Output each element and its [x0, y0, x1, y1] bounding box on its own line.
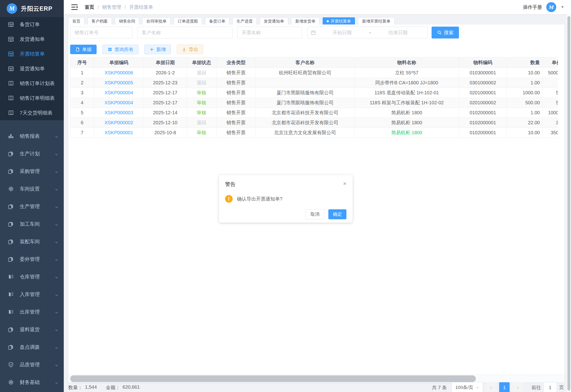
sidebar-item-退料退货[interactable]: 退料退货	[0, 321, 64, 338]
cell-code[interactable]: XSKP000005	[94, 78, 144, 88]
prev-page-button[interactable]: ‹	[486, 382, 496, 392]
sidebar-item-装配车间[interactable]: 装配车间	[0, 233, 64, 251]
warning-icon: !	[225, 195, 233, 203]
breadcrumb-sales-mgmt[interactable]: 销售管理	[102, 4, 121, 11]
cell-code[interactable]: XSKP000004	[94, 98, 144, 108]
sidebar-item-加工车间[interactable]: 加工车间	[0, 215, 64, 233]
sidebar-item-label: 7天交货明细表	[20, 110, 53, 116]
invoice-name-input[interactable]	[237, 27, 302, 39]
cell-code[interactable]: XSKP000001	[94, 128, 144, 138]
doc-icon	[75, 47, 80, 52]
search-button[interactable]: 搜索	[432, 27, 459, 39]
goto-page-input[interactable]	[543, 382, 557, 392]
chevron-down-icon	[55, 345, 59, 349]
cell-seq: 5	[70, 108, 94, 118]
cell-code[interactable]: XSKP000004	[94, 88, 144, 98]
table-row-5[interactable]: 5XSKP0000032025-12-14审核销售开票北京都市花语科技开发有限公…	[70, 108, 558, 118]
cell-qty: 10.00	[507, 128, 542, 138]
confirm-button[interactable]: 确定	[328, 209, 346, 219]
horizontal-scrollbar-thumb[interactable]	[70, 375, 476, 382]
cell-status: 退回	[187, 68, 216, 78]
table-row-1[interactable]: 1XSKP0000062026-1-2退回销售开票杭州旺旺旺商贸有限公司立柱 5…	[70, 68, 558, 78]
table-row-3[interactable]: 3XSKP0000042025-12-17审核销售开票厦门市黑眼睛服饰有限公司1…	[70, 88, 558, 98]
cell-material_code: 0201000001	[459, 88, 507, 98]
table-row-6[interactable]: 6XSKP0000022025-12-10退回销售开票北京都市花语科技开发有限公…	[70, 118, 558, 128]
customer-name-input[interactable]	[137, 27, 232, 39]
sidebar-item-销售订单明细表[interactable]: 销售订单明细表	[0, 91, 64, 105]
cell-status: 退回	[187, 78, 216, 88]
warning-dialog: 警告 × ! 确认导出开票通知单? 取消 确定	[219, 175, 353, 223]
search-icon	[437, 30, 442, 35]
sidebar-item-车间设置[interactable]: 车间设置	[0, 180, 64, 198]
sidebar-item-出库管理[interactable]: 出库管理	[0, 303, 64, 321]
chevron-down-icon	[55, 293, 59, 296]
查询所有-button[interactable]: 查询所有	[103, 45, 138, 54]
docs-icon	[8, 151, 14, 157]
close-icon[interactable]: ×	[343, 181, 346, 186]
cell-material_code: 0102000001	[459, 108, 507, 118]
cell-biz_type: 销售开票	[216, 118, 256, 128]
cell-qty: 1.00	[507, 108, 542, 118]
page-number-1[interactable]: 1	[499, 382, 510, 392]
sidebar-item-发货通知单[interactable]: 发货通知单	[0, 32, 64, 47]
sidebar-item-销售报表[interactable]: 销售报表	[0, 127, 64, 145]
column-header-date: 单据日期	[144, 57, 187, 68]
next-page-button[interactable]: ›	[512, 382, 523, 392]
chevron-down-icon	[476, 386, 479, 389]
vertical-scrollbar-thumb[interactable]	[567, 16, 570, 391]
cell-code[interactable]: XSKP000003	[94, 108, 144, 118]
sidebar-item-备货订单[interactable]: 备货订单	[0, 17, 64, 32]
manual-link[interactable]: 操作手册	[523, 4, 542, 11]
sidebar-item-仓库管理[interactable]: 仓库管理	[0, 268, 64, 286]
cell-status: 审核	[187, 98, 216, 108]
page-size-select[interactable]: 100条/页	[451, 382, 483, 392]
cell-biz_type: 销售开票	[216, 68, 256, 78]
avatar[interactable]: M	[546, 2, 556, 12]
caret-down-icon[interactable]: ▼	[560, 5, 564, 9]
导出-button[interactable]: 导出	[177, 45, 203, 54]
sidebar-item-开票结算单[interactable]: 开票结算单	[0, 47, 64, 61]
cancel-button[interactable]: 取消	[305, 209, 325, 219]
chevron-down-icon	[55, 134, 59, 138]
table-icon	[8, 51, 14, 57]
sidebar-item-采购管理[interactable]: 采购管理	[0, 163, 64, 180]
date-range-input[interactable]: 开始日期 - 结束日期	[307, 27, 428, 39]
sidebar-collapse-icon[interactable]	[71, 4, 78, 10]
table-row-2[interactable]: 2XSKP0000052025-12-23退回销售开票同步带件B CA=1800…	[70, 78, 558, 88]
sales-order-input[interactable]	[70, 27, 133, 39]
sidebar-item-生产计划[interactable]: 生产计划	[0, 145, 64, 163]
table-row-4[interactable]: 4XSKP0000042025-12-17审核销售开票厦门市黑眼睛服饰有限公司1…	[70, 98, 558, 108]
单据-button[interactable]: 单据	[70, 45, 97, 54]
breadcrumb-current: 开票结算单	[129, 4, 153, 11]
sidebar-item-退货通知单[interactable]: 退货通知单	[0, 61, 64, 76]
sidebar-item-销售订单计划表[interactable]: 销售订单计划表	[0, 76, 64, 91]
cell-code[interactable]: XSKP000002	[94, 118, 144, 128]
sidebar-item-财务基础[interactable]: 财务基础	[0, 374, 64, 391]
cell-material: 同步带件B CA=1800 JJ=1800	[355, 78, 459, 88]
sidebar-item-委外管理[interactable]: 委外管理	[0, 251, 64, 268]
cell-code[interactable]: XSKP000006	[94, 68, 144, 78]
cell-biz_type: 销售开票	[216, 98, 256, 108]
plus-icon	[150, 47, 154, 52]
sidebar-item-label: 装配车间	[20, 238, 40, 245]
新增-button[interactable]: 新增	[144, 45, 171, 54]
cell-qty: 500.00	[507, 98, 542, 108]
cell-seq: 3	[70, 88, 94, 98]
cell-biz_type: 销售开票	[216, 108, 256, 118]
cell-material_code: 0103000001	[459, 68, 507, 78]
sidebar-item-入库管理[interactable]: 入库管理	[0, 286, 64, 303]
sidebar-item-label: 退料退货	[20, 326, 40, 333]
goto-label: 前往	[531, 384, 541, 391]
breadcrumb: 首页 / 销售管理 / 开票结算单	[85, 4, 153, 11]
filter-bar: 开始日期 - 结束日期 搜索	[70, 27, 459, 39]
sidebar-item-品质管理[interactable]: 品质管理	[0, 356, 64, 374]
breadcrumb-separator: /	[125, 4, 126, 10]
table-icon	[8, 21, 14, 28]
breadcrumb-home[interactable]: 首页	[85, 4, 94, 11]
sidebar-item-7天交货明细表[interactable]: 7天交货明细表	[0, 105, 64, 120]
sidebar-item-label: 采购管理	[20, 168, 40, 175]
sidebar-item-生产管理[interactable]: 生产管理	[0, 198, 64, 215]
sidebar-item-盘点调拨[interactable]: 盘点调拨	[0, 338, 64, 356]
table-row-7[interactable]: 7XSKP0000012025-10-8审核销售开票北京注意力文化发展有限公司简…	[70, 128, 558, 138]
chevron-down-icon	[55, 275, 59, 279]
